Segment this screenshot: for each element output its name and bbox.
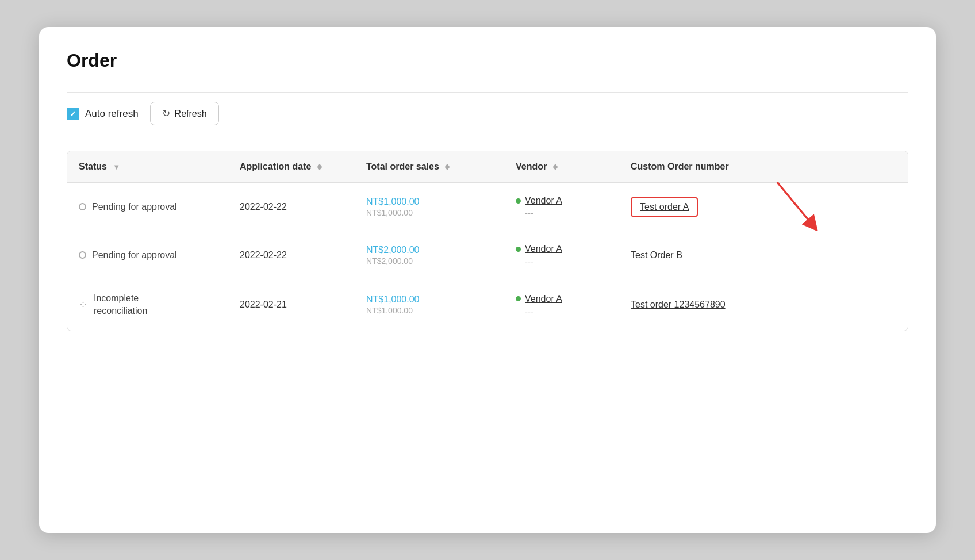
vendor-dash: --- xyxy=(516,208,608,218)
sales-cell: NT$1,000.00 NT$1,000.00 xyxy=(355,183,504,231)
col-header-vendor[interactable]: Vendor xyxy=(504,151,619,183)
status-text: Pending for approval xyxy=(92,202,177,212)
vendor-status-dot xyxy=(516,198,521,204)
vendor-cell: Vendor A --- xyxy=(504,231,619,279)
auto-refresh-label[interactable]: Auto refresh xyxy=(67,108,139,120)
amount-primary: NT$2,000.00 xyxy=(366,245,493,255)
vendor-link[interactable]: Vendor A xyxy=(525,294,562,304)
status-dots-icon: ⁘ xyxy=(79,298,88,311)
table-row: Pending for approval 2022-02-22 NT$1,000… xyxy=(67,183,908,231)
status-cell: ⁘ Incompletereconciliation xyxy=(67,279,228,331)
vendor-link[interactable]: Vendor A xyxy=(525,195,562,206)
vendor-cell: Vendor A --- xyxy=(504,183,619,231)
orders-table: Status ▼ Application date Total order sa… xyxy=(67,151,908,331)
vendor-status-dot xyxy=(516,296,521,301)
table-row: Pending for approval 2022-02-22 NT$2,000… xyxy=(67,231,908,279)
col-header-order-number: Custom Order number xyxy=(619,151,908,183)
date-cell: 2022-02-22 xyxy=(228,183,355,231)
toolbar: Auto refresh ↻ Refresh xyxy=(67,92,908,135)
status-cell: Pending for approval xyxy=(67,183,228,231)
auto-refresh-text: Auto refresh xyxy=(85,108,139,120)
vendor-cell: Vendor A --- xyxy=(504,279,619,331)
status-circle-icon xyxy=(79,203,86,210)
sort-icon-vendor xyxy=(553,164,558,170)
refresh-icon: ↻ xyxy=(162,108,170,120)
sort-icon-sales xyxy=(445,164,450,170)
status-circle-icon xyxy=(79,251,86,259)
table-wrapper: Status ▼ Application date Total order sa… xyxy=(67,151,908,331)
refresh-button-label: Refresh xyxy=(175,109,207,119)
order-number-link[interactable]: Test Order B xyxy=(631,250,682,260)
vendor-status-dot xyxy=(516,247,521,252)
vendor-dash: --- xyxy=(516,256,608,266)
amount-secondary: NT$2,000.00 xyxy=(366,256,493,266)
page-title: Order xyxy=(67,50,908,71)
refresh-button[interactable]: ↻ Refresh xyxy=(150,102,219,125)
order-number-cell: Test order 1234567890 xyxy=(619,279,908,331)
status-text: Incompletereconciliation xyxy=(94,292,147,318)
col-header-status[interactable]: Status ▼ xyxy=(67,151,228,183)
table-header-row: Status ▼ Application date Total order sa… xyxy=(67,151,908,183)
filter-icon[interactable]: ▼ xyxy=(113,163,120,171)
amount-secondary: NT$1,000.00 xyxy=(366,306,493,315)
amount-secondary: NT$1,000.00 xyxy=(366,208,493,217)
order-number-cell: Test order A xyxy=(619,183,908,231)
status-text: Pending for approval xyxy=(92,250,177,260)
col-header-sales[interactable]: Total order sales xyxy=(355,151,504,183)
status-cell: Pending for approval xyxy=(67,231,228,279)
main-card: Order Auto refresh ↻ Refresh xyxy=(39,27,936,533)
order-number-link-highlighted[interactable]: Test order A xyxy=(631,197,698,217)
vendor-dash: --- xyxy=(516,306,608,316)
orders-table-container: Status ▼ Application date Total order sa… xyxy=(67,151,908,331)
table-row: ⁘ Incompletereconciliation 2022-02-21 NT… xyxy=(67,279,908,331)
sales-cell: NT$2,000.00 NT$2,000.00 xyxy=(355,231,504,279)
sales-cell: NT$1,000.00 NT$1,000.00 xyxy=(355,279,504,331)
order-number-link[interactable]: Test order 1234567890 xyxy=(631,300,726,309)
order-number-cell: Test Order B xyxy=(619,231,908,279)
col-header-date[interactable]: Application date xyxy=(228,151,355,183)
vendor-link[interactable]: Vendor A xyxy=(525,244,562,254)
date-cell: 2022-02-22 xyxy=(228,231,355,279)
sort-icon-date xyxy=(317,164,322,170)
auto-refresh-checkbox[interactable] xyxy=(67,108,79,120)
amount-primary: NT$1,000.00 xyxy=(366,197,493,207)
amount-primary: NT$1,000.00 xyxy=(366,294,493,305)
date-cell: 2022-02-21 xyxy=(228,279,355,331)
